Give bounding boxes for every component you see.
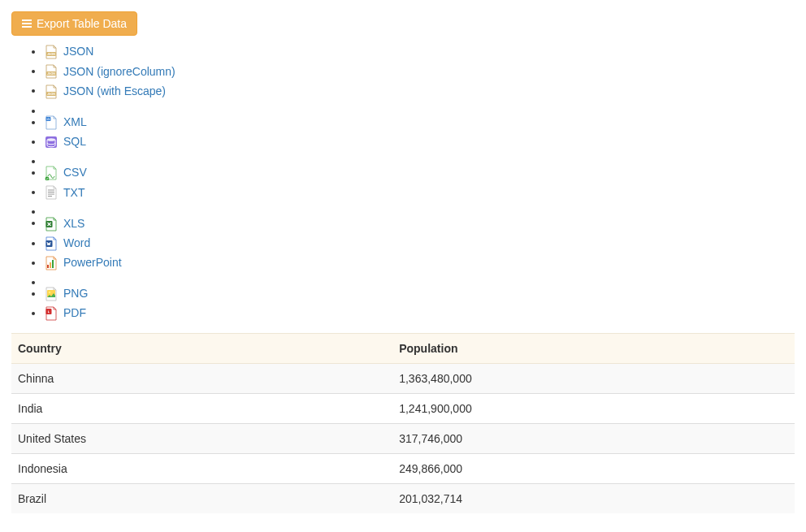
export-table-data-button[interactable]: Export Table Data xyxy=(11,11,137,36)
export-option-link[interactable]: JSONJSON (ignoreColumn) xyxy=(44,63,176,82)
xls-icon xyxy=(44,217,58,231)
table-cell: India xyxy=(11,394,392,424)
export-button-label: Export Table Data xyxy=(37,17,127,30)
export-option-item: CSV xyxy=(44,163,795,183)
export-option-label: SQL xyxy=(63,132,86,152)
json-icon: JSON xyxy=(44,84,58,99)
export-option-link[interactable]: PNG xyxy=(44,284,88,304)
export-option-item: PowerPoint xyxy=(44,253,795,273)
export-option-label: JSON (with Escape) xyxy=(63,82,166,102)
table-header-cell: Country xyxy=(11,334,392,364)
svg-rect-17 xyxy=(47,265,49,268)
table-cell: United States xyxy=(11,424,392,454)
data-table: CountryPopulation Chinna1,363,480,000Ind… xyxy=(11,333,795,513)
png-icon xyxy=(44,287,58,301)
json-icon: JSON xyxy=(44,64,58,79)
table-cell: 249,866,000 xyxy=(392,454,795,484)
export-option-link[interactable]: </>XML xyxy=(44,113,87,132)
svg-rect-19 xyxy=(52,260,54,268)
export-option-item: JSONJSON (with Escape) xyxy=(44,81,795,101)
table-header-cell: Population xyxy=(392,334,795,364)
export-option-label: Word xyxy=(63,234,90,253)
xml-icon: </> xyxy=(44,115,58,130)
export-option-item: PNG xyxy=(44,284,795,304)
export-option-link[interactable]: SQL xyxy=(44,132,86,152)
table-cell: Indonesia xyxy=(11,454,392,484)
table-cell: 1,241,900,000 xyxy=(392,394,795,424)
ppt-icon xyxy=(44,256,58,270)
export-option-item xyxy=(44,273,795,284)
export-option-label: CSV xyxy=(63,163,87,183)
table-cell: 201,032,714 xyxy=(392,484,795,514)
table-row: Chinna1,363,480,000 xyxy=(11,364,795,394)
svg-rect-18 xyxy=(50,262,51,268)
menu-icon xyxy=(22,19,32,28)
export-option-item: SQL xyxy=(44,132,795,152)
export-option-label: PDF xyxy=(63,304,86,323)
table-cell: Chinna xyxy=(11,364,392,394)
export-option-label: TXT xyxy=(63,184,84,203)
export-option-link[interactable]: Word xyxy=(44,234,90,253)
svg-point-21 xyxy=(49,292,51,294)
table-row: Brazil201,032,714 xyxy=(11,484,795,514)
export-option-item: </>XML xyxy=(44,113,795,132)
svg-rect-22 xyxy=(46,309,52,314)
export-option-item: JSONJSON (ignoreColumn) xyxy=(44,62,795,81)
export-option-link[interactable]: TXT xyxy=(44,184,84,203)
svg-text:JSON: JSON xyxy=(47,53,55,56)
export-option-link[interactable]: JSONJSON (with Escape) xyxy=(44,82,166,102)
export-option-item xyxy=(44,152,795,163)
export-option-item: JSONJSON xyxy=(44,42,795,62)
svg-text:JSON: JSON xyxy=(47,72,55,76)
table-header-row: CountryPopulation xyxy=(11,334,795,364)
export-option-link[interactable]: XLS xyxy=(44,214,84,234)
txt-icon xyxy=(44,185,58,200)
export-option-link[interactable]: CSV xyxy=(44,163,87,183)
table-row: United States317,746,000 xyxy=(11,424,795,454)
export-option-label: XLS xyxy=(63,214,84,234)
export-option-item: TXT xyxy=(44,183,795,202)
table-body: Chinna1,363,480,000India1,241,900,000Uni… xyxy=(11,364,795,514)
svg-text:</>: </> xyxy=(46,117,50,120)
csv-icon xyxy=(44,166,58,180)
export-option-link[interactable]: PowerPoint xyxy=(44,253,122,273)
export-option-item: Word xyxy=(44,234,795,253)
export-options-list: JSONJSONJSONJSON (ignoreColumn)JSONJSON … xyxy=(11,42,795,323)
table-cell: 1,363,480,000 xyxy=(392,364,795,394)
word-icon xyxy=(44,236,58,251)
json-icon: JSON xyxy=(44,45,58,59)
table-cell: 317,746,000 xyxy=(392,424,795,454)
export-option-link[interactable]: PDF xyxy=(44,304,86,323)
export-option-label: XML xyxy=(63,113,87,132)
export-option-item: PDF xyxy=(44,304,795,323)
export-option-label: PNG xyxy=(63,284,88,304)
export-option-link[interactable]: JSONJSON xyxy=(44,42,93,62)
pdf-icon xyxy=(44,306,58,321)
table-cell: Brazil xyxy=(11,484,392,514)
export-option-label: JSON (ignoreColumn) xyxy=(63,63,176,82)
svg-text:JSON: JSON xyxy=(47,92,55,95)
svg-point-9 xyxy=(47,138,55,141)
export-option-item: XLS xyxy=(44,214,795,233)
export-option-item xyxy=(44,102,795,113)
export-option-item xyxy=(44,202,795,214)
export-option-label: PowerPoint xyxy=(63,253,122,273)
table-row: Indonesia249,866,000 xyxy=(11,454,795,484)
export-option-label: JSON xyxy=(63,42,93,62)
table-row: India1,241,900,000 xyxy=(11,394,795,424)
sql-icon xyxy=(44,135,58,149)
